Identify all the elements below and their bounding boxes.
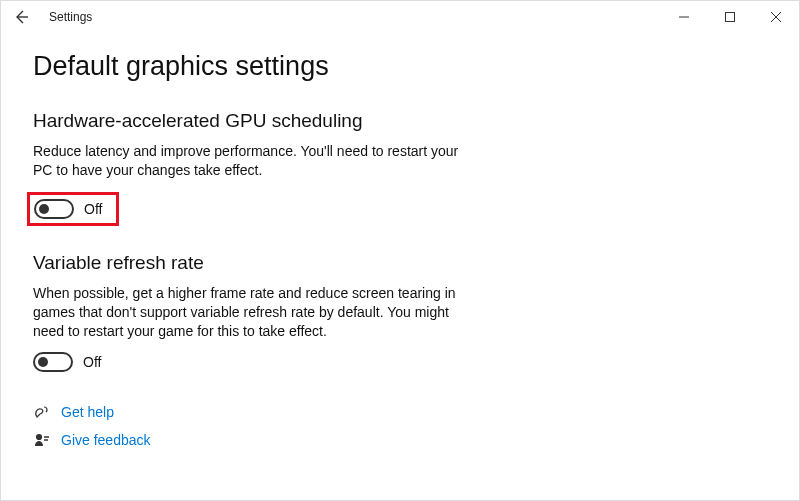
gpu-section-title: Hardware-accelerated GPU scheduling	[33, 110, 767, 132]
close-icon	[771, 12, 781, 22]
highlight-box: Off	[27, 192, 119, 226]
give-feedback-link[interactable]: Give feedback	[61, 432, 151, 448]
feedback-icon	[33, 432, 51, 448]
toggle-knob	[38, 357, 48, 367]
svg-point-1	[37, 435, 42, 440]
maximize-button[interactable]	[707, 1, 753, 33]
gpu-section-desc: Reduce latency and improve performance. …	[33, 142, 463, 180]
svg-rect-0	[726, 13, 735, 22]
back-button[interactable]	[7, 3, 35, 31]
vrr-toggle-row: Off	[33, 352, 767, 372]
maximize-icon	[725, 12, 735, 22]
give-feedback-row: Give feedback	[33, 432, 767, 448]
page-title: Default graphics settings	[33, 51, 767, 82]
vrr-toggle-label: Off	[83, 354, 101, 370]
gpu-toggle[interactable]	[34, 199, 74, 219]
toggle-knob	[39, 204, 49, 214]
minimize-icon	[679, 12, 689, 22]
vrr-toggle[interactable]	[33, 352, 73, 372]
arrow-left-icon	[13, 9, 29, 25]
content: Default graphics settings Hardware-accel…	[1, 33, 799, 448]
close-button[interactable]	[753, 1, 799, 33]
vrr-section-desc: When possible, get a higher frame rate a…	[33, 284, 463, 341]
gpu-toggle-row: Off	[34, 199, 102, 219]
vrr-section-title: Variable refresh rate	[33, 252, 767, 274]
get-help-row: Get help	[33, 404, 767, 420]
titlebar-left: Settings	[7, 3, 92, 31]
titlebar: Settings	[1, 1, 799, 33]
gpu-toggle-label: Off	[84, 201, 102, 217]
get-help-link[interactable]: Get help	[61, 404, 114, 420]
minimize-button[interactable]	[661, 1, 707, 33]
window-controls	[661, 1, 799, 33]
app-title: Settings	[49, 10, 92, 24]
help-icon	[33, 404, 51, 420]
